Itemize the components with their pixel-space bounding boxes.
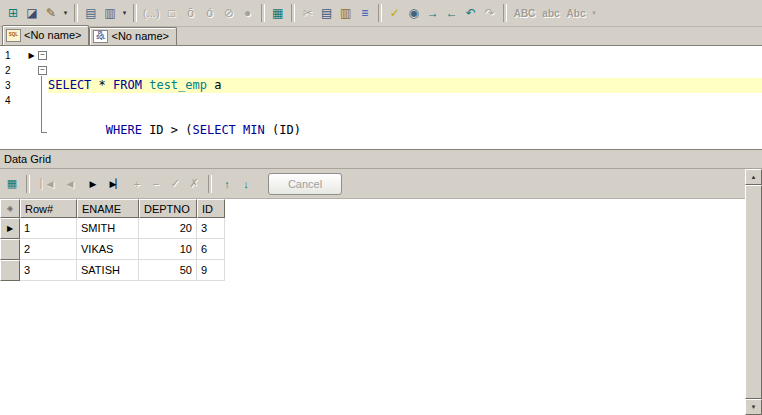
line-number: 2 (0, 63, 26, 78)
redo-icon[interactable]: ↷ (481, 4, 499, 22)
scroll-up-icon[interactable]: ▲ (745, 169, 762, 185)
cell-ename[interactable]: SMITH (77, 218, 139, 239)
plsql-window-icon: PL SQL (93, 30, 108, 43)
toolbar-separator (208, 175, 212, 193)
fetch-previous-page-icon[interactable]: ↑ (218, 175, 235, 192)
cell-deptno[interactable]: 20 (139, 218, 197, 239)
statement-scope-line (41, 76, 47, 133)
paste-icon[interactable]: ▥ (337, 4, 355, 22)
vertical-scrollbar[interactable]: ▲ ▼ (745, 169, 762, 415)
open-file-dropdown[interactable]: ▾ (120, 4, 129, 22)
cell-rownum[interactable]: 2 (20, 239, 77, 260)
syntax-check-icon[interactable]: ✓ (386, 4, 404, 22)
fetch-next-page-icon[interactable]: ↓ (237, 175, 254, 192)
undo-icon[interactable]: ↶ (462, 4, 480, 22)
cell-id[interactable]: 6 (197, 239, 225, 260)
describe-icon[interactable]: (…) (141, 4, 162, 22)
log-off-icon[interactable]: ◪ (23, 4, 41, 22)
table-row[interactable]: 3 SATISH 50 9 (0, 260, 745, 281)
line-number-gutter: 1 2 3 4 (0, 46, 26, 149)
main-toolbar: ⊞ ◪ ✎ ▾ ▤ ▥ ▾ (…) □ ō ó ⊘ ● ▦ ✂ ▤ ▥ ≡ (0, 0, 762, 27)
next-record-icon[interactable]: ▶ (84, 175, 101, 192)
first-record-icon[interactable]: ▏◀ (38, 175, 55, 192)
toolbar-separator (291, 4, 295, 22)
prior-record-icon[interactable]: ◀ (61, 175, 78, 192)
tab-plsql-window[interactable]: PL SQL <No name> (89, 27, 176, 45)
delete-record-icon[interactable]: − (147, 175, 164, 192)
column-header-deptno[interactable]: DEPTNO (139, 199, 197, 218)
break-icon[interactable]: ● (239, 4, 257, 22)
sql-keyword: MIN (243, 123, 265, 137)
sql-window-icon: SQL (6, 29, 21, 42)
find-icon[interactable]: ◉ (405, 4, 423, 22)
copy-icon[interactable]: ▤ (318, 4, 336, 22)
last-record-icon[interactable]: ▶▏ (107, 175, 124, 192)
cell-rownum[interactable]: 3 (20, 260, 77, 281)
open-file-icon[interactable]: ▥ (101, 4, 119, 22)
data-grid-titlebar: Data Grid (0, 150, 762, 169)
line-number: 1 (0, 48, 26, 63)
table-row[interactable]: ▶ 1 SMITH 20 3 (0, 218, 745, 239)
revert-record-icon[interactable]: ✗ (185, 175, 202, 192)
new-session-icon[interactable]: ⊞ (4, 4, 22, 22)
grid-toolbar-icons: ▦ ▏◀ ◀ ▶ ▶▏ + − ✓ ✗ ↑ ↓ (3, 175, 254, 193)
grid-corner-cell[interactable]: ◈ (0, 199, 20, 218)
new-window-dropdown[interactable]: ▾ (61, 4, 70, 22)
column-header-id[interactable]: ID (197, 199, 225, 218)
open-window-icon[interactable]: ▤ (82, 4, 100, 22)
initcap-icon[interactable]: Abc (564, 4, 589, 22)
fold-toggle-icon[interactable]: − (38, 51, 47, 60)
new-window-icon[interactable]: ✎ (42, 4, 60, 22)
scroll-down-icon[interactable]: ▼ (745, 399, 762, 415)
scrollbar-thumb[interactable] (745, 185, 762, 399)
code-line-current: SELECT * FROM test_emp a (48, 78, 762, 93)
unindent-icon[interactable]: ← (443, 4, 461, 22)
cell-ename[interactable]: SATISH (77, 260, 139, 281)
table-row[interactable]: 2 VIKAS 10 6 (0, 239, 745, 260)
cell-id[interactable]: 9 (197, 260, 225, 281)
post-record-icon[interactable]: ✓ (166, 175, 183, 192)
cell-rownum[interactable]: 1 (20, 218, 77, 239)
grid-header-row: ◈ Row# ENAME DEPTNO ID (0, 199, 745, 218)
sql-text: (ID) (265, 123, 301, 137)
lowercase-icon[interactable]: abc (539, 4, 562, 22)
indent-icon[interactable]: → (424, 4, 442, 22)
cut-icon[interactable]: ✂ (299, 4, 317, 22)
tab-sql-window[interactable]: SQL <No name> (2, 25, 89, 45)
column-header-rownum[interactable]: Row# (20, 199, 77, 218)
cell-id[interactable]: 3 (197, 218, 225, 239)
cell-deptno[interactable]: 10 (139, 239, 197, 260)
macro-record-icon[interactable]: ō (182, 4, 200, 22)
column-header-ename[interactable]: ENAME (77, 199, 139, 218)
code-area[interactable]: SELECT * FROM test_emp a WHERE ID > (SEL… (48, 46, 762, 149)
select-all-icon[interactable]: ≡ (356, 4, 374, 22)
clear-icon[interactable]: ⊘ (220, 4, 238, 22)
data-grid-toolbar: ▦ ▏◀ ◀ ▶ ▶▏ + − ✓ ✗ ↑ ↓ Cancel (0, 169, 745, 198)
grid-rows: ▶ 1 SMITH 20 3 2 VIKAS 10 6 (0, 218, 745, 281)
toolbar-separator (74, 4, 78, 22)
select-region-icon[interactable]: □ (163, 4, 181, 22)
code-line: WHERE ID > (SELECT MIN (ID) (48, 123, 762, 138)
toolbar-separator (261, 4, 265, 22)
row-selector[interactable] (0, 260, 20, 281)
sql-text: a (207, 78, 221, 92)
grid-mode-icon[interactable]: ▦ (3, 175, 20, 192)
data-grid-title: Data Grid (4, 153, 51, 165)
toolbar-separator (503, 4, 507, 22)
fold-toggle-icon[interactable]: − (38, 66, 47, 75)
line-number: 3 (0, 78, 26, 93)
cancel-button[interactable]: Cancel (268, 173, 342, 195)
edit-data-icon[interactable]: ▦ (269, 4, 287, 22)
insert-record-icon[interactable]: + (128, 175, 145, 192)
window-tabbar: SQL <No name> PL SQL <No name> (0, 27, 762, 45)
row-selector[interactable] (0, 239, 20, 260)
macro-play-icon[interactable]: ó (201, 4, 219, 22)
table-name: test_emp (149, 78, 207, 92)
cell-ename[interactable]: VIKAS (77, 239, 139, 260)
sql-editor[interactable]: 1 2 3 4 ▶ − − SELECT * FROM test_emp a W… (0, 45, 762, 150)
case-dropdown[interactable]: ▾ (589, 4, 598, 22)
cell-deptno[interactable]: 50 (139, 260, 197, 281)
row-selector[interactable]: ▶ (0, 218, 20, 239)
uppercase-icon[interactable]: ABC (511, 4, 539, 22)
toolbar-separator (133, 4, 137, 22)
